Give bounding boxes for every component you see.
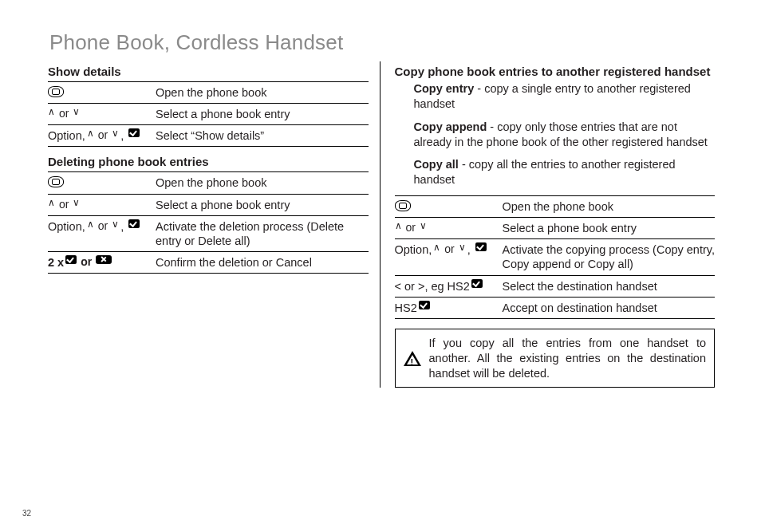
phonebook-icon xyxy=(48,176,64,187)
up-arrow-icon: ∧ xyxy=(87,219,94,229)
instruction-text: Open the phone book xyxy=(503,199,716,214)
instruction-text: Select a phone book entry xyxy=(156,107,369,121)
or-text: or xyxy=(444,242,454,257)
copy-all-label: Copy all xyxy=(414,158,459,171)
cancel-icon xyxy=(96,255,112,264)
instruction-text: Select a phone book entry xyxy=(156,198,369,212)
table-row: 2 x or Confirm the deletion or Cancel xyxy=(48,251,369,274)
check-icon xyxy=(419,301,430,309)
warning-icon: ! xyxy=(404,351,421,366)
instruction-text: Open the phone book xyxy=(156,85,369,100)
table-row: Option, ∧ or ∨ , Activate the deletion p… xyxy=(48,215,369,251)
down-arrow-icon: ∨ xyxy=(420,221,427,231)
or-text: or xyxy=(406,221,416,235)
down-arrow-icon: ∨ xyxy=(73,107,80,116)
instruction-text: Accept on destination handset xyxy=(503,301,716,315)
down-arrow-icon: ∨ xyxy=(112,128,119,138)
option-prefix: Option, xyxy=(395,242,432,257)
page-title: Phone Book, Cordless Handset xyxy=(49,30,715,55)
table-row: Open the phone book xyxy=(48,171,369,193)
right-column: Copy phone book entries to another regis… xyxy=(395,61,716,388)
phonebook-icon xyxy=(48,86,64,97)
columns: Show details Open the phone book ∧ or ∨ … xyxy=(48,61,715,388)
instruction-text: Confirm the deletion or Cancel xyxy=(156,255,369,270)
table-row: ∧ or ∨ Select a phone book entry xyxy=(48,103,369,124)
instruction-text: Select “Show details” xyxy=(156,128,369,143)
up-arrow-icon: ∧ xyxy=(433,242,440,252)
twox-prefix: 2 x xyxy=(48,255,64,270)
heading-show-details: Show details xyxy=(48,61,369,81)
instruction-text: Activate the deletion process (Delete en… xyxy=(156,219,369,248)
nav-key-text: < or >, eg HS2 xyxy=(395,279,470,294)
or-text: or xyxy=(98,219,108,234)
table-row: ∧ or ∨ Select a phone book entry xyxy=(395,217,716,238)
table-row: Option, ∧ or ∨ , Select “Show details” xyxy=(48,124,369,147)
check-icon xyxy=(128,128,140,137)
or-text: or xyxy=(59,107,69,121)
up-arrow-icon: ∧ xyxy=(395,221,402,231)
table-row: Open the phone book xyxy=(48,81,369,103)
check-icon xyxy=(128,219,140,228)
down-arrow-icon: ∨ xyxy=(112,219,119,229)
instruction-text: Select a phone book entry xyxy=(503,221,716,235)
table-row: HS2 Accept on destination handset xyxy=(395,297,716,319)
check-icon xyxy=(471,279,483,288)
page-number: 32 xyxy=(22,509,31,518)
table-row: Option, ∧ or ∨ , Activate the copying pr… xyxy=(395,238,716,274)
or-text: or xyxy=(59,198,69,212)
manual-page: Phone Book, Cordless Handset Show detail… xyxy=(0,0,761,404)
copy-append-label: Copy append xyxy=(414,120,487,133)
up-arrow-icon: ∧ xyxy=(87,128,94,138)
or-text: or xyxy=(98,128,108,143)
hs2-key-text: HS2 xyxy=(395,301,417,315)
down-arrow-icon: ∨ xyxy=(459,242,466,252)
phonebook-icon xyxy=(395,200,411,211)
instruction-text: Open the phone book xyxy=(156,175,369,190)
check-icon xyxy=(65,255,77,264)
up-arrow-icon: ∧ xyxy=(48,198,55,207)
table-row: ∧ or ∨ Select a phone book entry xyxy=(48,194,369,215)
option-prefix: Option, xyxy=(48,219,85,234)
copy-append-desc: Copy append - copy only those entries th… xyxy=(414,120,716,150)
option-prefix: Option, xyxy=(48,128,85,143)
check-icon xyxy=(475,242,487,251)
warning-text: If you copy all the entries from one han… xyxy=(429,336,707,381)
copy-all-desc: Copy all - copy all the entries to anoth… xyxy=(414,157,716,187)
up-arrow-icon: ∧ xyxy=(48,107,55,116)
heading-copy: Copy phone book entries to another regis… xyxy=(395,61,716,81)
copy-entry-desc: Copy entry - copy a single entry to anot… xyxy=(414,81,716,112)
left-column: Show details Open the phone book ∧ or ∨ … xyxy=(48,61,380,388)
or-text: or xyxy=(81,255,92,270)
instruction-text: Activate the copying process (Copy entry… xyxy=(503,242,716,271)
table-row: < or >, eg HS2 Select the destination ha… xyxy=(395,275,716,297)
copy-entry-label: Copy entry xyxy=(414,82,475,95)
down-arrow-icon: ∨ xyxy=(73,198,80,207)
warning-box: ! If you copy all the entries from one h… xyxy=(395,329,716,388)
heading-deleting: Deleting phone book entries xyxy=(48,152,369,171)
table-row: Open the phone book xyxy=(395,195,716,217)
instruction-text: Select the destination handset xyxy=(503,279,716,294)
